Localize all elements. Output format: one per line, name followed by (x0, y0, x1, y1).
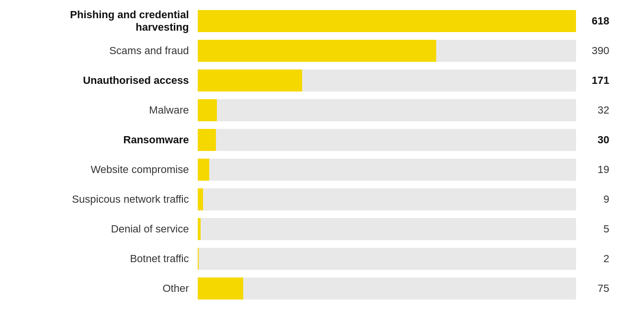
bar-track (198, 218, 576, 240)
bar-value: 9 (576, 193, 610, 206)
bar-label: Ransomware (35, 134, 198, 146)
bar-value: 19 (576, 163, 610, 176)
bar-value: 75 (576, 282, 610, 295)
bar-label: Botnet traffic (35, 253, 198, 265)
bar-fill (198, 218, 201, 240)
bar-label: Unauthorised access (35, 74, 198, 87)
bar-value: 171 (576, 74, 610, 87)
bar-fill (198, 69, 303, 92)
bar-track (198, 277, 576, 300)
bar-track (198, 129, 576, 151)
bar-value: 2 (576, 253, 610, 265)
bar-label: Malware (35, 104, 198, 116)
bar-track (198, 248, 576, 270)
bar-fill (198, 188, 203, 210)
bar-row: Ransomware30 (35, 127, 610, 153)
bar-fill (198, 159, 209, 181)
bar-chart: Phishing and credential harvesting618Sca… (16, 0, 629, 312)
bar-row: Phishing and credential harvesting618 (35, 8, 610, 35)
bar-value: 390 (576, 45, 610, 57)
bar-row: Denial of service5 (35, 216, 610, 243)
bar-fill (198, 277, 244, 300)
bar-row: Scams and fraud390 (35, 37, 610, 64)
bar-row: Botnet traffic2 (35, 245, 610, 272)
bar-row: Website compromise19 (35, 156, 610, 183)
bar-label: Scams and fraud (35, 45, 198, 57)
bar-value: 5 (576, 223, 610, 235)
bar-value: 32 (576, 104, 610, 116)
bar-track (198, 159, 576, 181)
bar-track (198, 69, 576, 92)
bar-value: 618 (576, 15, 610, 27)
bar-label: Denial of service (35, 223, 198, 235)
bar-row: Malware32 (35, 97, 610, 124)
bar-fill (198, 99, 217, 121)
bar-track (198, 40, 576, 62)
bar-fill (198, 248, 199, 270)
bar-row: Unauthorised access171 (35, 67, 610, 94)
bar-fill (198, 40, 437, 62)
bar-fill (198, 129, 216, 151)
bar-label: Phishing and credential harvesting (35, 9, 198, 34)
bar-track (198, 10, 576, 32)
bar-label: Suspicous network traffic (35, 193, 198, 206)
bar-label: Other (35, 282, 198, 295)
bar-track (198, 99, 576, 121)
bar-row: Suspicous network traffic9 (35, 186, 610, 213)
bar-track (198, 188, 576, 210)
bar-value: 30 (576, 134, 610, 146)
bar-row: Other75 (35, 275, 610, 302)
bar-fill (198, 10, 576, 32)
bar-label: Website compromise (35, 163, 198, 176)
